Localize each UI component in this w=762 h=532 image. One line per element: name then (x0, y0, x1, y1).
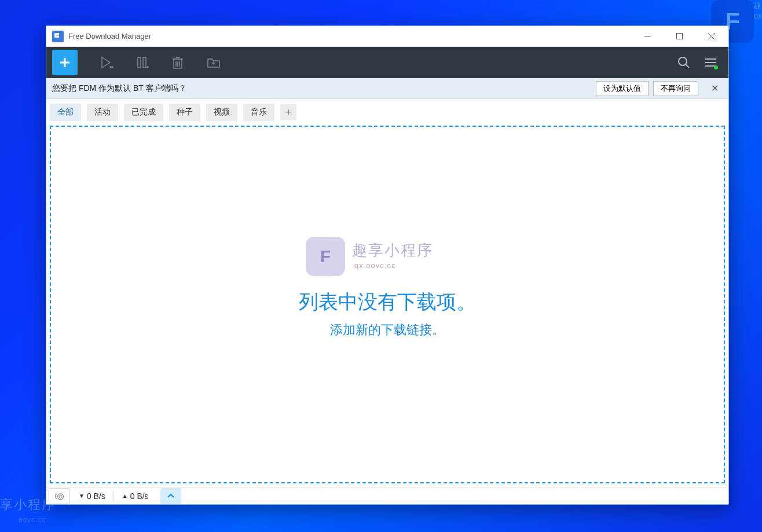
desktop-watermark-url: oovc.cc (19, 516, 46, 524)
svg-line-26 (55, 493, 56, 494)
add-tab-button[interactable]: + (280, 104, 296, 120)
svg-point-8 (112, 67, 113, 68)
svg-point-11 (147, 67, 148, 68)
menu-button[interactable] (698, 50, 723, 75)
watermark-title: 趣享小程序 (352, 240, 433, 261)
down-arrow-icon: ▼ (79, 493, 85, 499)
tab-torrents[interactable]: 种子 (169, 104, 200, 121)
dont-ask-button[interactable]: 不再询问 (653, 81, 698, 96)
tab-completed[interactable]: 已完成 (124, 104, 163, 121)
close-button[interactable] (695, 26, 727, 47)
svg-point-25 (59, 495, 62, 498)
start-button[interactable] (93, 50, 119, 75)
filter-tabs: 全部 活动 已完成 种子 视频 音乐 + (46, 99, 728, 122)
svg-line-20 (686, 64, 689, 68)
notification-close-button[interactable]: ✕ (706, 80, 723, 97)
up-arrow-icon: ▲ (122, 493, 128, 499)
tab-active[interactable]: 活动 (87, 104, 118, 121)
toolbar (46, 47, 728, 78)
open-folder-button[interactable] (200, 50, 227, 75)
svg-rect-9 (138, 57, 141, 68)
svg-marker-6 (102, 57, 110, 68)
empty-list-title: 列表中没有下载项。 (299, 289, 476, 315)
maximize-button[interactable] (664, 26, 695, 47)
titlebar: Free Download Manager (46, 26, 728, 47)
expand-speed-panel-button[interactable] (160, 488, 181, 504)
svg-point-19 (679, 57, 687, 65)
svg-point-7 (110, 67, 111, 68)
separator (113, 491, 114, 501)
desktop-background-label: 趣 qx (753, 1, 762, 20)
svg-rect-1 (677, 34, 683, 39)
search-button[interactable] (672, 50, 696, 75)
tab-all[interactable]: 全部 (50, 104, 81, 121)
notification-message: 您要把 FDM 作为默认 BT 客户端吗？ (52, 83, 591, 94)
svg-rect-10 (143, 57, 146, 68)
download-speed: ▼ 0 B/s (73, 487, 111, 504)
delete-button[interactable] (164, 50, 191, 75)
minimize-button[interactable] (632, 26, 664, 47)
app-title: Free Download Manager (68, 32, 151, 41)
add-download-button[interactable] (52, 50, 78, 75)
watermark-url: qx.oovc.cc (354, 261, 395, 270)
svg-point-24 (58, 493, 64, 499)
speed-limit-button[interactable] (49, 488, 69, 504)
tab-music[interactable]: 音乐 (243, 104, 274, 121)
set-default-button[interactable]: 设为默认值 (596, 81, 649, 96)
download-drop-area[interactable]: F 趣享小程序 qx.oovc.cc 列表中没有下载项。 添加新的下载链接。 (50, 126, 725, 483)
pause-button[interactable] (129, 50, 155, 75)
empty-list-subtitle: 添加新的下载链接。 (330, 321, 445, 339)
app-window: Free Download Manager (46, 25, 729, 505)
tab-video[interactable]: 视频 (206, 104, 237, 121)
statusbar: ▼ 0 B/s ▲ 0 B/s (46, 487, 728, 504)
upload-speed: ▲ 0 B/s (116, 487, 155, 504)
app-icon (52, 31, 64, 42)
watermark-icon: F (306, 237, 345, 276)
notification-bar: 您要把 FDM 作为默认 BT 客户端吗？ 设为默认值 不再询问 ✕ (46, 78, 728, 99)
notification-dot-icon (714, 65, 718, 69)
